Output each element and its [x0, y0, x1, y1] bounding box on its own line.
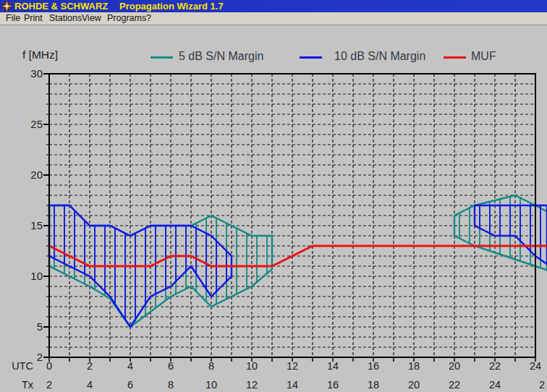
axis-tick-label: 14 [327, 360, 339, 372]
axis-tick-label: 5 [37, 320, 43, 333]
legend-label-10db: 10 dB S/N Margin [334, 50, 425, 63]
axis-tick-label: 14 [287, 379, 298, 391]
label-layer: 302520151052UTC024681012141618202224Tx24… [12, 67, 545, 391]
legend-line-10db [300, 56, 322, 59]
axis-tick-label: 6 [168, 360, 174, 372]
axis-tick-label: 4 [127, 360, 133, 372]
axis-tick-label: 2 [539, 379, 545, 391]
app-window: ROHDE & SCHWARZ Propagation Wizard 1.7 F… [0, 0, 547, 392]
axis-tick-label: 2 [37, 351, 43, 363]
axis-tick-label: 10 [205, 379, 217, 391]
axis-tick-label: 25 [30, 118, 43, 130]
axis-tick-label: UTC [12, 360, 33, 372]
axis-tick-label: 22 [489, 360, 501, 372]
band-5-db-s-n-margin [49, 195, 547, 327]
axis-tick-label: 16 [327, 379, 339, 391]
axis-layer [43, 74, 535, 362]
axis-tick-label: 20 [30, 169, 43, 181]
axis-tick-label: 12 [246, 379, 258, 391]
y-axis-title: f [MHz] [22, 48, 58, 61]
axis-tick-label: 18 [408, 360, 420, 372]
axis-tick-label: 0 [46, 360, 52, 372]
axis-tick-label: 24 [489, 379, 501, 391]
axis-tick-label: 6 [127, 379, 133, 391]
legend-label-5db: 5 dB S/N Margin [179, 50, 263, 63]
axis-tick-label: 4 [87, 379, 93, 391]
axis-tick-label: 30 [30, 67, 43, 80]
axis-tick-label: 10 [246, 360, 258, 372]
axis-tick-label: 8 [208, 360, 214, 372]
axis-tick-label: 2 [46, 379, 52, 391]
axis-tick-label: 2 [87, 360, 93, 372]
legend-line-5db [150, 56, 173, 59]
axis-tick-label: 22 [449, 379, 460, 391]
legend-line-muf [444, 56, 466, 59]
axis-tick-label: 12 [287, 360, 298, 372]
axis-tick-label: 8 [168, 379, 174, 391]
axis-tick-label: 20 [408, 379, 420, 391]
axis-tick-label: 16 [368, 360, 379, 372]
axis-tick-label: 20 [449, 360, 460, 372]
legend-label-muf: MUF [471, 50, 496, 63]
axis-tick-label: 24 [530, 360, 541, 372]
axis-tick-label: Tx [22, 379, 34, 391]
axis-tick-label: 15 [30, 219, 43, 231]
axis-tick-label: 10 [30, 270, 43, 282]
propagation-chart: 302520151052UTC024681012141618202224Tx24… [0, 0, 547, 392]
axis-tick-label: 18 [368, 379, 379, 391]
